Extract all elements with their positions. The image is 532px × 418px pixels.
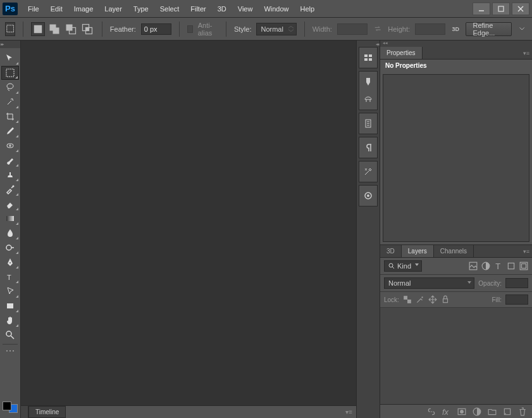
- eyedropper-tool[interactable]: [1, 124, 19, 138]
- lock-all-icon[interactable]: [441, 295, 450, 304]
- magic-wand-tool[interactable]: [1, 95, 19, 109]
- filter-type-icon[interactable]: T: [494, 262, 503, 270]
- minimize-button[interactable]: [473, 3, 490, 15]
- type-tool[interactable]: T: [1, 270, 19, 284]
- timeline-collapse[interactable]: [21, 406, 28, 418]
- paragraph-panel-icon[interactable]: [359, 139, 377, 156]
- healing-brush-tool[interactable]: [1, 139, 19, 153]
- eraser-tool[interactable]: [1, 197, 19, 211]
- timeline-tab[interactable]: Timeline: [28, 406, 66, 418]
- svg-rect-40: [404, 296, 407, 300]
- character-panel-icon[interactable]: [359, 115, 377, 132]
- menu-help[interactable]: Help: [295, 3, 320, 15]
- toolbar-collapse[interactable]: [0, 41, 21, 48]
- style-select[interactable]: Normal: [256, 23, 296, 35]
- brush-panel-icon[interactable]: [359, 73, 377, 91]
- menu-view[interactable]: View: [233, 3, 258, 15]
- channels-tab[interactable]: Channels: [434, 245, 474, 257]
- sel-subtract-icon[interactable]: [64, 22, 78, 36]
- sel-new-icon[interactable]: [31, 22, 45, 36]
- delete-layer-icon[interactable]: [518, 407, 527, 416]
- sel-intersect-icon[interactable]: [80, 22, 94, 36]
- properties-tab[interactable]: Properties: [380, 47, 423, 59]
- add-mask-icon[interactable]: [457, 407, 466, 416]
- options-bar: Feather: Anti-alias Style: Normal Width:…: [0, 18, 532, 41]
- foreground-color[interactable]: [3, 402, 11, 410]
- filter-kind-select[interactable]: Kind: [384, 260, 422, 272]
- path-selection-tool[interactable]: [1, 284, 19, 298]
- color-swatches[interactable]: [3, 402, 18, 413]
- history-brush-tool[interactable]: [1, 182, 19, 196]
- layer-filter-row: Kind T: [380, 258, 532, 275]
- svg-rect-43: [443, 299, 447, 303]
- svg-point-19: [9, 262, 11, 263]
- layers-tab[interactable]: Layers: [402, 245, 434, 257]
- menu-window[interactable]: Window: [259, 3, 294, 15]
- window-controls: [471, 3, 529, 15]
- rectangle-tool[interactable]: [1, 299, 19, 313]
- lasso-tool[interactable]: [1, 80, 19, 94]
- gradient-tool[interactable]: [1, 212, 19, 225]
- svg-rect-28: [364, 58, 368, 61]
- move-tool[interactable]: [1, 51, 19, 65]
- layers-menu-icon[interactable]: ▾≡: [523, 248, 529, 255]
- filter-pixel-icon[interactable]: [469, 262, 478, 270]
- blur-tool[interactable]: [1, 226, 19, 240]
- sel-add-icon[interactable]: [47, 22, 61, 36]
- current-tool-preset[interactable]: [5, 22, 15, 36]
- hand-tool[interactable]: [1, 314, 19, 327]
- crop-tool[interactable]: [1, 110, 19, 124]
- brush-tool[interactable]: [1, 153, 19, 167]
- canvas[interactable]: [21, 41, 356, 405]
- right-panel-collapse[interactable]: ◂◂: [380, 41, 532, 47]
- lock-transparency-icon[interactable]: [403, 295, 412, 304]
- brush-presets-panel-icon[interactable]: [359, 91, 377, 108]
- history-panel-icon[interactable]: [359, 49, 377, 66]
- filter-shape-icon[interactable]: [507, 262, 516, 270]
- svg-point-16: [13, 186, 15, 187]
- menu-filter[interactable]: Filter: [185, 3, 211, 15]
- clone-stamp-tool[interactable]: [1, 168, 19, 182]
- layers-list[interactable]: [380, 308, 532, 404]
- link-layers-icon[interactable]: [427, 407, 436, 416]
- properties-menu-icon[interactable]: ▾≡: [523, 50, 529, 56]
- blend-mode-select[interactable]: Normal: [384, 277, 474, 289]
- menu-3d[interactable]: 3D: [213, 3, 232, 15]
- adjustment-layer-icon[interactable]: [473, 407, 481, 416]
- filter-smart-icon[interactable]: [519, 262, 528, 270]
- menu-edit[interactable]: Edit: [46, 3, 68, 15]
- libraries-panel-icon[interactable]: [359, 187, 377, 205]
- timeline-menu-icon[interactable]: ▾≡: [345, 408, 352, 415]
- 3d-icon[interactable]: 3D: [450, 22, 461, 36]
- close-button[interactable]: [512, 3, 529, 15]
- menu-type[interactable]: Type: [128, 3, 154, 15]
- feather-input[interactable]: [141, 23, 171, 35]
- options-flyout-icon[interactable]: [517, 22, 527, 36]
- svg-rect-12: [86, 27, 89, 30]
- edit-toolbar-icon[interactable]: [1, 346, 19, 355]
- zoom-tool[interactable]: [1, 328, 19, 342]
- 3d-tab[interactable]: 3D: [380, 245, 402, 257]
- layer-fx-icon[interactable]: fx: [442, 407, 451, 416]
- svg-rect-26: [364, 54, 368, 57]
- menu-layer[interactable]: Layer: [99, 3, 127, 15]
- maximize-button[interactable]: [492, 3, 510, 15]
- pen-tool[interactable]: [1, 255, 19, 269]
- refine-edge-button[interactable]: Refine Edge...: [466, 22, 511, 36]
- filter-adjust-icon[interactable]: [481, 262, 490, 270]
- new-layer-icon[interactable]: [503, 407, 512, 416]
- lock-image-icon[interactable]: [416, 295, 424, 304]
- svg-text:fx: fx: [442, 407, 449, 416]
- marquee-tool[interactable]: [1, 66, 19, 80]
- opacity-input[interactable]: [505, 278, 528, 288]
- tools-presets-panel-icon[interactable]: [359, 163, 377, 180]
- new-group-icon[interactable]: [488, 407, 497, 416]
- lock-position-icon[interactable]: [428, 295, 437, 304]
- menu-file[interactable]: File: [23, 3, 44, 15]
- properties-body: [383, 74, 529, 242]
- menu-image[interactable]: Image: [69, 3, 99, 15]
- fill-input[interactable]: [505, 294, 528, 305]
- blend-row: Normal Opacity:: [380, 275, 532, 292]
- dodge-tool[interactable]: [1, 241, 19, 255]
- menu-select[interactable]: Select: [155, 3, 185, 15]
